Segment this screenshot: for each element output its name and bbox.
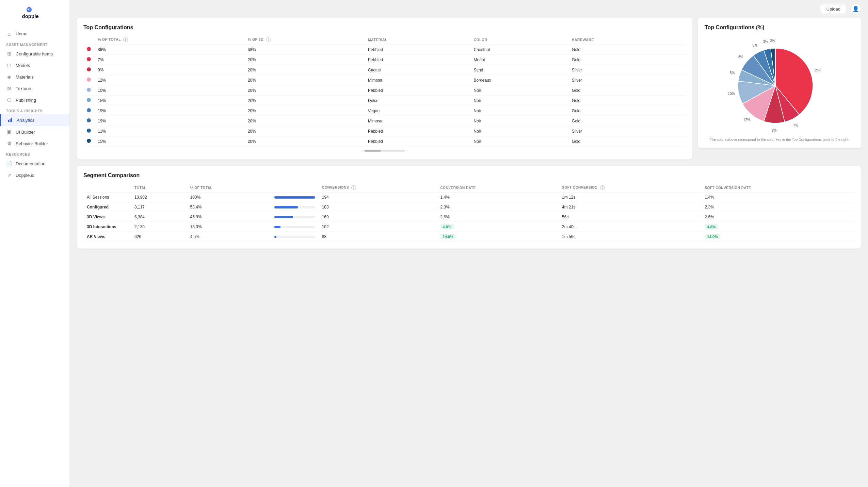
segment-table: TOTAL % OF TOTAL CONVERSIONS i CONVERSIO…	[83, 183, 854, 242]
row-pct-total: 19%	[94, 106, 244, 116]
col-soft-rate: SOFT CONVERSION RATE	[701, 183, 854, 192]
row-pct-total: 15%	[94, 96, 244, 106]
row-material: Pebbled	[365, 45, 470, 55]
seg-row-conv-rate-3: 4.8%	[437, 222, 559, 232]
materials-icon: ◈	[6, 74, 12, 80]
scroll-left-arrow[interactable]: ‹	[361, 149, 363, 153]
seg-row-label-0: All Sessions	[83, 192, 131, 202]
pie-label-6: 8%	[738, 55, 743, 59]
row-dot-cell	[83, 126, 94, 136]
pie-chart-card: Top Configurations (%) 39%7%9%12%10%5%8%…	[698, 18, 861, 148]
conv-rate-text-0: 1.4%	[440, 195, 450, 200]
col-pct-3d: % OF 3D i	[244, 35, 365, 45]
sidebar-item-configurable-items[interactable]: ⊞ Configurable Items	[0, 48, 69, 60]
col-soft-conv: SOFT CONVERSION i	[559, 183, 701, 192]
col-color: COLOR	[470, 35, 568, 45]
pie-chart-svg: 39%7%9%12%10%5%8%5%3%2%	[725, 35, 834, 134]
row-color-dot-7	[87, 118, 91, 122]
row-color-dot-1	[87, 57, 91, 61]
row-hardware: Silver	[568, 65, 686, 75]
table-row: 12% 20% Mimosa Bordeaux Silver	[83, 75, 686, 85]
pie-label-7: 5%	[753, 44, 758, 47]
soft-rate-badge-3: 4.8%	[705, 224, 718, 230]
row-dot-cell	[83, 45, 94, 55]
row-pct-3d: 20%	[244, 126, 365, 136]
sidebar-item-documentation[interactable]: 📄 Documentation	[0, 158, 69, 169]
sidebar-item-home[interactable]: ⌂ Home	[0, 28, 69, 39]
row-pct-3d: 20%	[244, 96, 365, 106]
conv-rate-text-2: 2.6%	[440, 215, 450, 219]
pie-label-5: 5%	[730, 71, 735, 75]
row-material: Cactus	[365, 65, 470, 75]
segment-title: Segment Comparison	[83, 172, 854, 179]
seg-row-total-4: 626	[131, 232, 187, 242]
top-row: Top Configurations % OF TOTAL i % OF 3D …	[77, 18, 861, 159]
ui-builder-icon: ▣	[6, 129, 12, 135]
user-avatar[interactable]: 👤	[850, 3, 861, 14]
row-hardware: Gold	[568, 85, 686, 96]
table-row: 19% 20% Vegan Noir Gold	[83, 106, 686, 116]
scroll-right-arrow[interactable]: ›	[406, 149, 408, 153]
sidebar-item-ui-builder[interactable]: ▣ UI Builder	[0, 126, 69, 138]
segment-table-row: AR Views 626 4.5% 88 14.0% 1m 56s 14.0%	[83, 232, 854, 242]
seg-row-label-1: Configured	[83, 202, 131, 212]
seg-row-pct-4: 4.5%	[187, 232, 271, 242]
row-hardware: Silver	[568, 126, 686, 136]
sidebar-item-publishing[interactable]: ⬡ Publishing	[0, 94, 69, 106]
row-material: Pebbled	[365, 126, 470, 136]
row-dot-cell	[83, 106, 94, 116]
sidebar-item-dopple-io[interactable]: ↗ Dopple.io	[0, 169, 69, 181]
seg-bar-fill-3	[274, 226, 280, 228]
top-configurations-card: Top Configurations % OF TOTAL i % OF 3D …	[77, 18, 692, 159]
row-color-dot-2	[87, 67, 91, 71]
conv-info[interactable]: i	[351, 185, 356, 190]
svg-rect-3	[8, 120, 9, 122]
row-pct-total: 39%	[94, 45, 244, 55]
pie-label-0: 39%	[814, 68, 821, 72]
dopple-logo: dopple	[19, 6, 50, 21]
seg-row-soft-conv-1: 4m 21s	[559, 202, 701, 212]
row-material: Pebbled	[365, 136, 470, 147]
sidebar-item-analytics[interactable]: Analytics	[0, 114, 69, 126]
pie-note: The colors above correspond to the color…	[705, 137, 854, 141]
row-color: Noir	[470, 136, 568, 147]
row-color-dot-5	[87, 98, 91, 102]
scroll-hint: ‹ ›	[83, 147, 686, 153]
pct-total-info[interactable]: i	[123, 37, 128, 42]
pie-label-9: 2%	[770, 39, 775, 43]
seg-bar-cell-3	[271, 222, 319, 232]
row-hardware: Gold	[568, 55, 686, 65]
col-conversions: CONVERSIONS i	[319, 183, 437, 192]
upload-button[interactable]: Upload	[820, 4, 847, 14]
scroll-track	[364, 150, 405, 152]
seg-bar-cell-0	[271, 192, 319, 202]
soft-conv-info[interactable]: i	[600, 185, 605, 190]
seg-row-total-1: 8,117	[131, 202, 187, 212]
seg-bar-cell-1	[271, 202, 319, 212]
content-area: Top Configurations % OF TOTAL i % OF 3D …	[70, 18, 868, 255]
pie-label-4: 10%	[728, 92, 735, 96]
conv-rate-badge-3: 4.8%	[440, 224, 454, 230]
seg-row-total-3: 2,130	[131, 222, 187, 232]
row-material: Pebbled	[365, 55, 470, 65]
sidebar-item-materials[interactable]: ◈ Materials	[0, 71, 69, 83]
svg-rect-5	[11, 118, 12, 122]
seg-bar-fill-2	[274, 216, 293, 218]
sidebar-item-models[interactable]: ◻ Models	[0, 60, 69, 71]
soft-rate-text-2: 2.6%	[705, 215, 714, 219]
sidebar-item-textures[interactable]: ⊠ Textures	[0, 83, 69, 94]
seg-row-conv-0: 194	[319, 192, 437, 202]
pct-3d-info[interactable]: i	[266, 37, 271, 42]
section-label-resources: RESOURCES	[0, 149, 69, 158]
soft-rate-text-0: 1.4%	[705, 195, 714, 200]
sidebar-item-behavior-builder[interactable]: ⚙ Behavior Builder	[0, 138, 69, 149]
segment-table-row: 3D Interactions 2,130 15.3% 102 4.8% 2m …	[83, 222, 854, 232]
seg-row-soft-conv-2: 56s	[559, 212, 701, 222]
row-pct-3d: 20%	[244, 106, 365, 116]
pie-container: 39%7%9%12%10%5%8%5%3%2%	[705, 35, 854, 134]
row-color: Sand	[470, 65, 568, 75]
seg-row-pct-3: 15.3%	[187, 222, 271, 232]
top-config-title: Top Configurations	[83, 24, 686, 31]
soft-rate-badge-4: 14.0%	[705, 234, 720, 239]
row-hardware: Gold	[568, 136, 686, 147]
